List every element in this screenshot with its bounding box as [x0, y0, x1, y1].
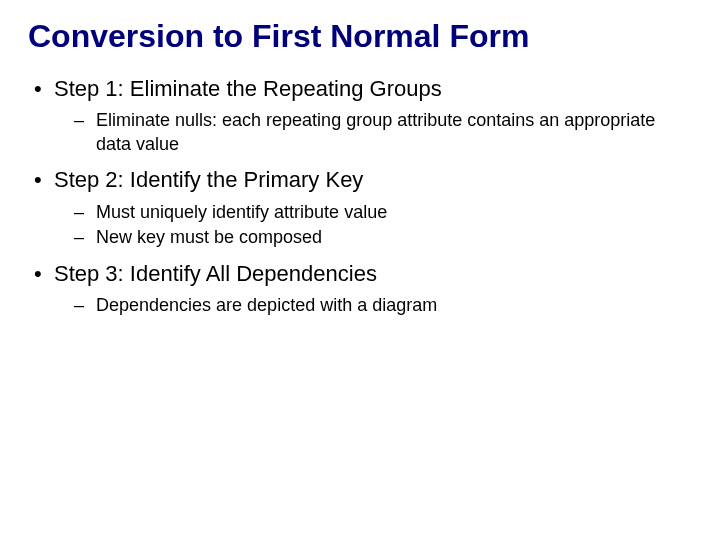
- bullet-step2-text: Step 2: Identify the Primary Key: [54, 167, 363, 192]
- sub-list-1: Eliminate nulls: each repeating group at…: [54, 109, 692, 156]
- bullet-step1: Step 1: Eliminate the Repeating Groups E…: [54, 75, 692, 156]
- sub-bullet: New key must be composed: [96, 226, 692, 249]
- slide-title: Conversion to First Normal Form: [28, 18, 692, 55]
- bullet-step1-text: Step 1: Eliminate the Repeating Groups: [54, 76, 442, 101]
- bullet-list: Step 1: Eliminate the Repeating Groups E…: [28, 75, 692, 318]
- bullet-step3-text: Step 3: Identify All Dependencies: [54, 261, 377, 286]
- sub-list-2: Must uniquely identify attribute value N…: [54, 201, 692, 250]
- sub-bullet: Must uniquely identify attribute value: [96, 201, 692, 224]
- slide-container: Conversion to First Normal Form Step 1: …: [0, 0, 720, 540]
- sub-bullet: Eliminate nulls: each repeating group at…: [96, 109, 692, 156]
- sub-list-3: Dependencies are depicted with a diagram: [54, 294, 692, 317]
- sub-bullet: Dependencies are depicted with a diagram: [96, 294, 692, 317]
- bullet-step3: Step 3: Identify All Dependencies Depend…: [54, 260, 692, 318]
- bullet-step2: Step 2: Identify the Primary Key Must un…: [54, 166, 692, 249]
